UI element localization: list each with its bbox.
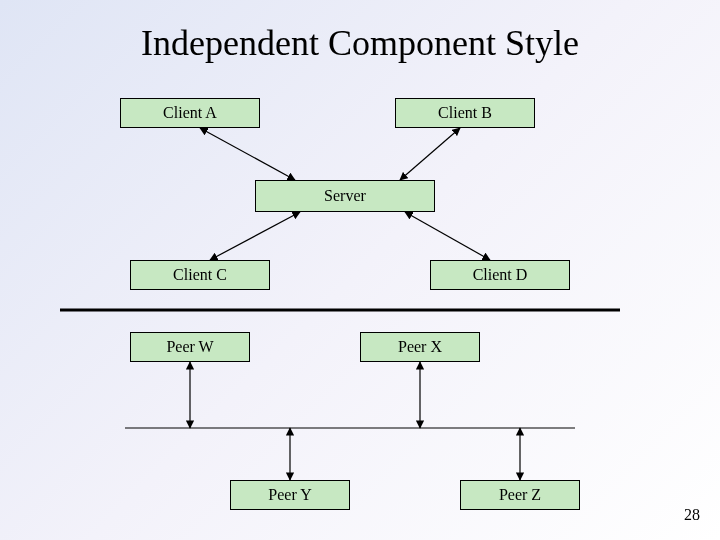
svg-line-1 — [400, 128, 460, 180]
node-server: Server — [255, 180, 435, 212]
node-peer-z: Peer Z — [460, 480, 580, 510]
node-client-d: Client D — [430, 260, 570, 290]
node-peer-w: Peer W — [130, 332, 250, 362]
slide-number: 28 — [684, 506, 700, 524]
node-client-a: Client A — [120, 98, 260, 128]
diagram-connectors — [0, 0, 720, 540]
svg-line-0 — [200, 128, 295, 180]
node-peer-y: Peer Y — [230, 480, 350, 510]
node-client-b: Client B — [395, 98, 535, 128]
svg-line-3 — [405, 212, 490, 260]
node-client-c: Client C — [130, 260, 270, 290]
svg-line-2 — [210, 212, 300, 260]
node-peer-x: Peer X — [360, 332, 480, 362]
